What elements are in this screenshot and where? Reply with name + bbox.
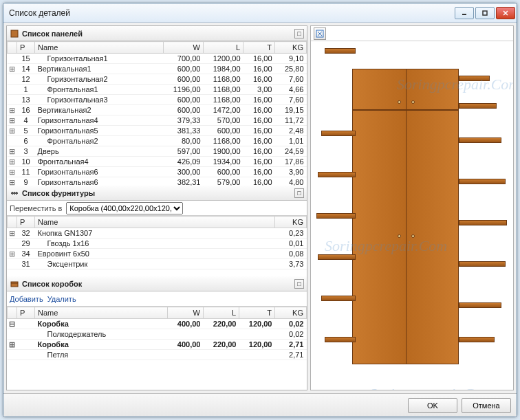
col-l[interactable]: L (204, 42, 243, 54)
col-kg[interactable]: KG (275, 217, 307, 228)
col-w[interactable]: W (168, 307, 204, 319)
col-kg[interactable]: KG (275, 307, 307, 319)
table-row[interactable]: ⊞3Дверь597,001900,0016,0024,59 (8, 146, 307, 157)
expand-toggle[interactable] (8, 74, 17, 85)
col-expand[interactable] (8, 42, 17, 54)
svg-rect-4 (11, 30, 18, 37)
expand-toggle[interactable]: ⊞ (8, 126, 17, 136)
col-name[interactable]: Name (35, 217, 275, 228)
boxes-title: Список коробок (22, 280, 82, 288)
expand-toggle[interactable]: ⊞ (8, 146, 17, 157)
table-row[interactable]: 15Горизонтальная1700,001200,0016,009,10 (8, 54, 307, 64)
box-icon (10, 279, 19, 289)
table-row[interactable]: ⊞14Вертикальная1600,001984,0016,0025,80 (8, 64, 307, 74)
move-to-label: Переместить в (10, 204, 62, 212)
svg-rect-6 (12, 192, 13, 195)
col-t[interactable]: T (243, 42, 275, 54)
table-row[interactable]: ⊞32Кнопка GN13070,23 (8, 228, 307, 239)
col-p[interactable]: P (17, 307, 35, 319)
expand-toggle[interactable]: ⊞ (8, 167, 17, 177)
footer-bar: OK Отмена (3, 393, 517, 417)
panels-header[interactable]: Список панелей □ (7, 26, 307, 41)
table-row[interactable]: 31Эксцентрик3,73 (8, 259, 307, 269)
panel-icon (10, 29, 19, 38)
expand-toggle[interactable]: ⊞ (8, 340, 17, 350)
window-title: Список деталей (9, 8, 453, 18)
right-pane: Soringpcrepair.Com Soringpcrepair.Com So… (310, 25, 514, 390)
expand-toggle[interactable]: ⊞ (8, 177, 17, 186)
expand-toggle[interactable] (8, 350, 17, 360)
hardware-title: Список фурнитуры (22, 189, 95, 197)
hardware-header[interactable]: Список фурнитуры □ (7, 186, 307, 201)
expand-toggle[interactable] (8, 239, 17, 249)
panels-expand-icon[interactable]: □ (294, 29, 304, 38)
expand-toggle[interactable]: ⊞ (8, 64, 17, 74)
svg-rect-7 (14, 192, 15, 195)
table-row[interactable]: ⊞5Горизонтальная5381,33600,0016,002,48 (8, 126, 307, 136)
hardware-icon (10, 188, 19, 198)
expand-toggle[interactable]: ⊞ (8, 228, 17, 239)
hardware-toolbar: Переместить в Коробка (400,00x220,00x120… (7, 201, 307, 216)
fit-view-button[interactable] (314, 27, 326, 40)
boxes-toolbar: Добавить Удалить (7, 291, 307, 307)
expand-toggle[interactable] (8, 329, 17, 340)
expand-toggle[interactable] (8, 85, 17, 95)
expand-toggle[interactable]: ⊞ (8, 115, 17, 126)
minimize-button[interactable] (455, 7, 474, 19)
table-row[interactable]: ⊞Коробка400,00220,00120,002,71 (8, 340, 307, 350)
table-row[interactable]: 29Гвоздь 1x160,01 (8, 239, 307, 249)
table-row[interactable]: 12Горизонтальная2600,001168,0016,007,60 (8, 74, 307, 85)
panels-table: P Name W L T KG 15Горизонтальная1700,001… (7, 41, 307, 186)
col-name[interactable]: Name (35, 307, 168, 319)
table-row[interactable]: 6Фронтальная280,001168,0016,001,01 (8, 136, 307, 146)
expand-toggle[interactable]: ⊞ (8, 249, 17, 259)
expand-toggle[interactable]: ⊞ (8, 105, 17, 115)
table-row[interactable]: ⊞34Евровинт 6x500,08 (8, 249, 307, 259)
table-row[interactable]: ⊟Коробка400,00220,00120,000,02 (8, 319, 307, 329)
table-row[interactable]: 13Горизонтальная3600,001168,0016,007,60 (8, 95, 307, 105)
delete-link[interactable]: Удалить (47, 295, 76, 303)
table-row[interactable]: ⊞10Фронтальная4426,091934,0016,0017,86 (8, 157, 307, 167)
titlebar[interactable]: Список деталей (3, 3, 517, 23)
cancel-button[interactable]: Отмена (462, 398, 511, 413)
svg-rect-1 (483, 11, 487, 15)
add-link[interactable]: Добавить (10, 295, 43, 303)
table-row[interactable]: Полкодержатель0,02 (8, 329, 307, 340)
col-kg[interactable]: KG (275, 42, 307, 54)
col-l[interactable]: L (204, 307, 239, 319)
viewport-toolbar (311, 26, 513, 41)
hardware-table-container[interactable]: P Name KG ⊞32Кнопка GN13070,2329Гвоздь 1… (7, 216, 307, 276)
table-row[interactable]: ⊞4Горизонтальная4379,33570,0016,0011,72 (8, 115, 307, 126)
boxes-table: P Name W L T KG ⊟Коробка400,00220,00120,… (7, 307, 307, 360)
expand-toggle[interactable]: ⊟ (8, 319, 17, 329)
col-p[interactable]: P (17, 217, 35, 228)
table-row[interactable]: ⊞9Горизонтальная6382,31579,0016,004,80 (8, 177, 307, 186)
expand-toggle[interactable] (8, 259, 17, 269)
ok-button[interactable]: OK (408, 398, 457, 413)
col-p[interactable]: P (17, 42, 35, 54)
boxes-header[interactable]: Список коробок □ (7, 276, 307, 291)
move-to-select[interactable]: Коробка (400,00x220,00x120,00) (66, 202, 183, 214)
boxes-expand-icon[interactable]: □ (294, 279, 304, 289)
col-t[interactable]: T (239, 307, 275, 319)
panels-table-container[interactable]: P Name W L T KG 15Горизонтальная1700,001… (7, 41, 307, 186)
app-window: Список деталей Список панелей □ P Name W… (3, 3, 517, 417)
table-row[interactable]: Петля2,71 (8, 350, 307, 360)
expand-toggle[interactable]: ⊞ (8, 157, 17, 167)
table-row[interactable]: 1Фронтальная11196,001168,003,004,66 (8, 85, 307, 95)
svg-rect-9 (11, 282, 18, 287)
expand-toggle[interactable] (8, 136, 17, 146)
boxes-table-container[interactable]: P Name W L T KG ⊟Коробка400,00220,00120,… (7, 307, 307, 390)
table-row[interactable]: ⊞11Горизонтальная6300,00600,0016,003,90 (8, 167, 307, 177)
table-row[interactable]: ⊞16Вертикальная2600,001472,0016,0019,15 (8, 105, 307, 115)
hardware-table: P Name KG ⊞32Кнопка GN13070,2329Гвоздь 1… (7, 216, 307, 269)
3d-viewport[interactable]: Soringpcrepair.Com Soringpcrepair.Com So… (311, 41, 513, 390)
hardware-expand-icon[interactable]: □ (294, 188, 304, 198)
close-button[interactable] (496, 7, 515, 19)
expand-toggle[interactable] (8, 54, 17, 64)
maximize-button[interactable] (475, 7, 495, 19)
col-name[interactable]: Name (35, 42, 164, 54)
expand-toggle[interactable] (8, 95, 17, 105)
col-w[interactable]: W (164, 42, 204, 54)
wardrobe-model (325, 48, 497, 390)
